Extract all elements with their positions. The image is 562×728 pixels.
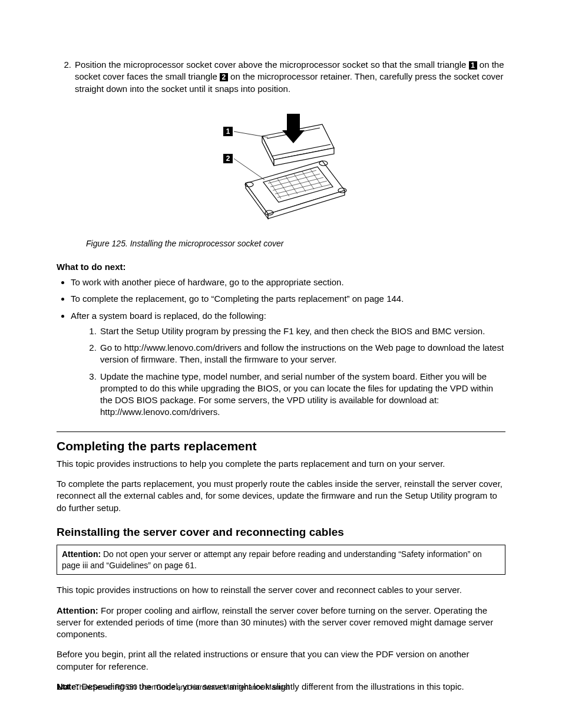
svg-marker-4 [274, 148, 334, 166]
what-to-do-next-heading: What to do next: [57, 261, 505, 273]
reinstall-heading: Reinstalling the server cover and reconn… [57, 525, 505, 540]
svg-text:1: 1 [226, 127, 230, 136]
step-number: 2. [57, 59, 75, 95]
reinstall-p2: Before you begin, print all the related … [57, 648, 505, 673]
figure-caption: Figure 125. Installing the microprocesso… [86, 238, 505, 249]
attention-box: Attention: Do not open your server or at… [57, 545, 505, 575]
svg-marker-1 [282, 130, 305, 143]
svg-line-26 [234, 131, 268, 137]
completing-p2: To complete the parts replacement, you m… [57, 478, 505, 514]
svg-rect-0 [287, 114, 300, 130]
attention-body: Do not open your server or attempt any r… [62, 549, 482, 570]
list-item: Start the Setup Utility program by press… [99, 325, 505, 337]
next-bullets: To work with another piece of hardware, … [57, 276, 505, 419]
list-item: To complete the replacement, go to “Comp… [71, 293, 505, 305]
step-body: Position the microprocessor socket cover… [75, 59, 505, 95]
callout-2-icon: 2 [220, 73, 228, 81]
list-item: To work with another piece of hardware, … [71, 276, 505, 288]
divider [57, 431, 505, 432]
step-2: 2. Position the microprocessor socket co… [57, 59, 505, 95]
attention-label: Attention: [62, 549, 101, 559]
page-footer: 144 ThinkServer RD550 User Guide and Har… [57, 682, 289, 693]
completing-p1: This topic provides instructions to help… [57, 458, 505, 470]
list-item: Update the machine type, model number, a… [99, 371, 505, 419]
svg-line-27 [234, 159, 265, 180]
sub-steps: Start the Setup Utility program by press… [71, 325, 505, 419]
reinstall-p1: This topic provides instructions on how … [57, 584, 505, 596]
page: 2. Position the microprocessor socket co… [0, 0, 562, 728]
attention2-body: For proper cooling and airflow, reinstal… [57, 605, 493, 640]
list-item-text: After a system board is replaced, do the… [71, 311, 266, 321]
page-number: 144 [57, 683, 70, 691]
svg-marker-3 [262, 136, 274, 166]
step-text-1: Position the microprocessor socket cover… [75, 60, 469, 70]
socket-base-icon [245, 161, 346, 219]
figure-illustration: 1 2 [57, 113, 505, 228]
svg-text:2: 2 [226, 154, 230, 163]
footer-title: ThinkServer RD550 User Guide and Hardwar… [75, 683, 289, 691]
attention2-label: Attention: [57, 605, 98, 615]
callout-1-icon: 1 [469, 61, 477, 70]
reinstall-attention2: Attention: For proper cooling and airflo… [57, 605, 505, 641]
list-item: After a system board is replaced, do the… [71, 310, 505, 419]
completing-heading: Completing the parts replacement [57, 438, 505, 454]
list-item: Go to http://www.lenovo.com/drivers and … [99, 342, 505, 366]
